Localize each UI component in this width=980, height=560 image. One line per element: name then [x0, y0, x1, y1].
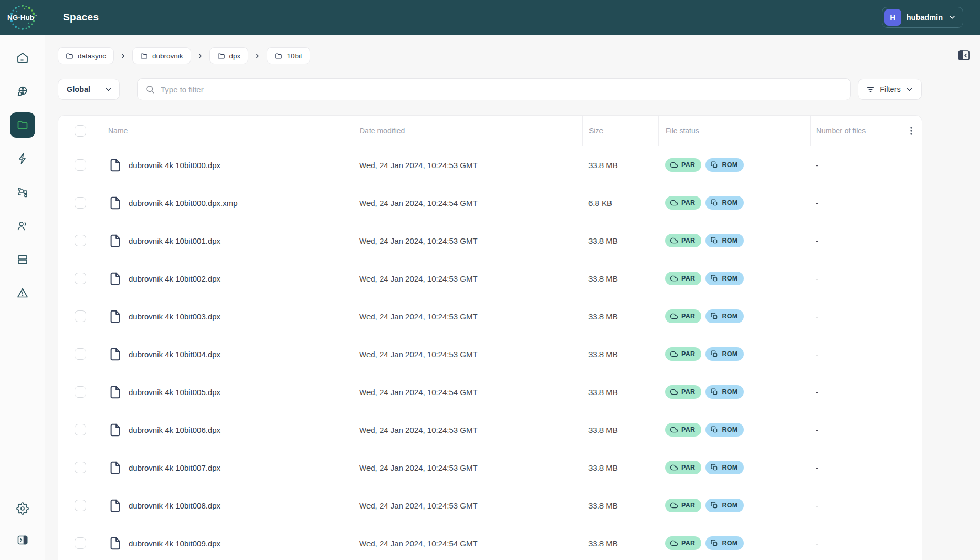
user-name: hubadmin: [907, 13, 943, 22]
table-row[interactable]: dubrovnik 4k 10bit003.dpx Wed, 24 Jan 20…: [58, 297, 922, 335]
status-badge-label: PAR: [681, 275, 695, 282]
users-icon: [16, 220, 29, 232]
date-modified: Wed, 24 Jan 2024, 10:24:54 GMT: [354, 199, 582, 208]
cloud-icon: [670, 275, 678, 282]
column-header-date-modified[interactable]: Date modified: [354, 116, 582, 146]
row-checkbox[interactable]: [75, 310, 86, 322]
row-checkbox[interactable]: [75, 348, 86, 360]
collapse-panel-button[interactable]: [957, 48, 971, 65]
column-header-number-of-files[interactable]: Number of files: [816, 127, 866, 135]
row-checkbox[interactable]: [75, 235, 86, 246]
row-checkbox[interactable]: [75, 386, 86, 398]
status-badge-label: ROM: [722, 540, 737, 547]
row-checkbox[interactable]: [75, 462, 86, 473]
select-all-checkbox[interactable]: [75, 125, 86, 137]
table-row[interactable]: dubrovnik 4k 10bit007.dpx Wed, 24 Jan 20…: [58, 449, 922, 486]
app-root: NG-Hub™ Spaces H hubadmin: [0, 0, 980, 560]
status-badge-rom: ROM: [705, 196, 744, 210]
table-row[interactable]: dubrovnik 4k 10bit000.dpx.xmp Wed, 24 Ja…: [58, 184, 922, 222]
table-row[interactable]: dubrovnik 4k 10bit001.dpx Wed, 24 Jan 20…: [58, 222, 922, 260]
file-name: dubrovnik 4k 10bit002.dpx: [129, 274, 220, 283]
row-checkbox[interactable]: [75, 537, 86, 549]
date-modified: Wed, 24 Jan 2024, 10:24:54 GMT: [354, 388, 582, 397]
table-row[interactable]: dubrovnik 4k 10bit008.dpx Wed, 24 Jan 20…: [58, 486, 922, 524]
cloud-icon: [670, 388, 678, 396]
status-badges: PAR ROM: [665, 499, 810, 512]
settings-icon: [16, 502, 29, 515]
user-menu-button[interactable]: H hubadmin: [882, 7, 963, 28]
row-checkbox[interactable]: [75, 500, 86, 511]
status-badge-rom: ROM: [705, 536, 744, 550]
filters-button[interactable]: Filters: [858, 79, 922, 100]
status-badge-rom: ROM: [705, 158, 744, 172]
copy-icon: [711, 502, 718, 509]
file-size: 33.8 MB: [582, 236, 658, 245]
date-modified: Wed, 24 Jan 2024, 10:24:53 GMT: [354, 312, 582, 321]
file-name: dubrovnik 4k 10bit008.dpx: [129, 501, 220, 510]
file-name: dubrovnik 4k 10bit001.dpx: [129, 236, 220, 245]
folder-icon: [66, 52, 73, 60]
status-badge-label: PAR: [681, 540, 695, 547]
copy-icon: [711, 313, 718, 320]
file-name: dubrovnik 4k 10bit007.dpx: [129, 463, 220, 472]
column-header-size[interactable]: Size: [582, 116, 658, 146]
row-checkbox[interactable]: [75, 273, 86, 284]
sidebar-item-storage[interactable]: [10, 247, 35, 272]
file-icon: [108, 384, 122, 400]
sidebar-item-users[interactable]: [10, 213, 35, 238]
table-row[interactable]: dubrovnik 4k 10bit000.dpx Wed, 24 Jan 20…: [58, 146, 922, 184]
breadcrumb-item[interactable]: dpx: [209, 47, 249, 64]
status-badge-par: PAR: [665, 536, 701, 550]
table-row[interactable]: dubrovnik 4k 10bit009.dpx Wed, 24 Jan 20…: [58, 524, 922, 560]
main-content: datasync dubrovnik dpx 10bit Global: [45, 35, 980, 560]
sidebar-item-activity[interactable]: [10, 146, 35, 171]
workflow-icon: [16, 186, 29, 199]
toolbar: Global Filters: [58, 78, 980, 100]
search-input[interactable]: [161, 85, 842, 94]
breadcrumb-item[interactable]: dubrovnik: [132, 47, 191, 64]
status-badges: PAR ROM: [665, 272, 810, 285]
folder-icon: [140, 52, 148, 60]
scope-select-value: Global: [67, 85, 90, 94]
row-checkbox[interactable]: [75, 159, 86, 171]
column-header-file-status[interactable]: File status: [658, 116, 810, 146]
table-options-button[interactable]: [907, 126, 915, 136]
status-badge-label: ROM: [722, 464, 737, 471]
file-name: dubrovnik 4k 10bit004.dpx: [129, 350, 220, 359]
sidebar-item-alerts[interactable]: [10, 281, 35, 306]
kebab-menu-icon: [907, 126, 915, 136]
sidebar-item-workflows[interactable]: [10, 180, 35, 205]
cloud-icon: [670, 161, 678, 169]
copy-icon: [711, 388, 718, 396]
sidebar-item-discover[interactable]: [10, 79, 35, 104]
app-logo[interactable]: NG-Hub™: [0, 0, 45, 35]
breadcrumb-item[interactable]: 10bit: [267, 47, 310, 64]
number-of-files: -: [810, 388, 922, 397]
table-row[interactable]: dubrovnik 4k 10bit005.dpx Wed, 24 Jan 20…: [58, 373, 922, 411]
column-header-name[interactable]: Name: [108, 116, 354, 146]
breadcrumb-item[interactable]: datasync: [58, 47, 114, 64]
chevron-down-icon: [104, 86, 112, 94]
row-checkbox[interactable]: [75, 197, 86, 209]
sidebar-item-home[interactable]: [10, 45, 35, 70]
sidebar-item-spaces[interactable]: [10, 112, 35, 138]
status-badge-rom: ROM: [705, 347, 744, 361]
chevron-down-icon: [905, 86, 913, 94]
table-body: dubrovnik 4k 10bit000.dpx Wed, 24 Jan 20…: [58, 146, 922, 560]
table-row[interactable]: dubrovnik 4k 10bit002.dpx Wed, 24 Jan 20…: [58, 260, 922, 297]
copy-icon: [711, 199, 718, 206]
number-of-files: -: [810, 350, 922, 359]
sidebar-item-settings[interactable]: [10, 496, 35, 521]
collapse-panel-icon: [957, 48, 971, 63]
breadcrumb-label: dubrovnik: [152, 52, 183, 60]
date-modified: Wed, 24 Jan 2024, 10:24:53 GMT: [354, 426, 582, 434]
file-name: dubrovnik 4k 10bit003.dpx: [129, 312, 220, 321]
status-badge-rom: ROM: [705, 499, 744, 512]
table-row[interactable]: dubrovnik 4k 10bit006.dpx Wed, 24 Jan 20…: [58, 411, 922, 449]
scope-select[interactable]: Global: [58, 79, 120, 100]
row-checkbox[interactable]: [75, 424, 86, 435]
date-modified: Wed, 24 Jan 2024, 10:24:53 GMT: [354, 236, 582, 245]
table-row[interactable]: dubrovnik 4k 10bit004.dpx Wed, 24 Jan 20…: [58, 335, 922, 373]
sidebar-expand-button[interactable]: [10, 527, 35, 553]
status-badge-par: PAR: [665, 499, 701, 512]
